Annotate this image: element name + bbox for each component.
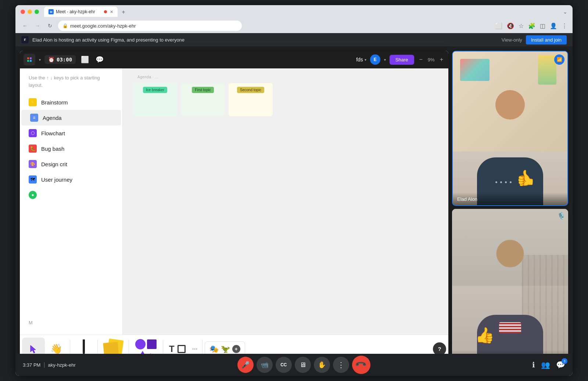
first-topic-column: First topic <box>181 83 225 116</box>
figma-window: ▾ ⏰ 03:00 ⬜ 💬 fds ▾ E <box>20 51 448 363</box>
banner-message: Elad Alon is hosting an activity using F… <box>32 37 498 43</box>
address-bar[interactable]: 🔒 meet.google.com/aky-hzpk-ehr <box>58 21 242 31</box>
more-options-icon: ⋮ <box>337 360 345 369</box>
agenda-icon: ≡ <box>30 114 38 122</box>
template-item-user-journey[interactable]: 🗺 User journey <box>20 172 122 187</box>
figma-canvas: Agenda · ... Ice breaker First topic Sec… <box>123 68 448 335</box>
figma-logo-icon: F <box>21 36 29 43</box>
avatar-chevron[interactable]: ▾ <box>384 58 386 62</box>
share-button[interactable]: Share <box>390 55 414 65</box>
flowchart-label: Flowchart <box>41 130 65 136</box>
timer-emoji: ⏰ <box>48 57 54 63</box>
minimize-button[interactable] <box>28 10 32 14</box>
svg-rect-0 <box>27 57 29 59</box>
tab-active-indicator <box>104 10 107 13</box>
participant-name-elad: Elad Alon <box>453 193 567 205</box>
back-button[interactable]: ← <box>21 21 29 30</box>
menu-icon[interactable]: ⋮ <box>562 22 567 29</box>
agenda-preview: Ice breaker First topic Second topic <box>133 83 273 116</box>
zoom-value[interactable]: 9% <box>428 57 435 63</box>
first-topic-label: First topic <box>192 87 214 93</box>
url-text: meet.google.com/aky-hzpk-ehr <box>70 23 136 29</box>
tab-title: Meet - aky-hzpk-ehr <box>56 9 102 14</box>
lock-icon: 🔒 <box>62 23 68 28</box>
audio-wave-icon: 📶 <box>557 57 562 62</box>
cast-icon[interactable]: ⬜ <box>495 22 502 29</box>
plugin-icon-1: 🎭 <box>209 345 219 353</box>
user-journey-label: User journey <box>41 177 72 183</box>
figma-comment-button[interactable]: 💬 <box>94 54 105 65</box>
profile-icon[interactable]: 👤 <box>550 22 557 29</box>
bookmark-icon[interactable]: ☆ <box>519 22 524 29</box>
install-join-button[interactable]: Install and join <box>526 35 567 44</box>
mute-tab-icon[interactable]: 🔇 <box>507 22 514 29</box>
second-topic-label: Second topic <box>237 87 264 93</box>
svg-rect-4 <box>83 339 85 353</box>
new-tab-button[interactable]: + <box>118 7 129 17</box>
timer-widget[interactable]: ⏰ 03:00 <box>44 55 76 64</box>
text-tool[interactable]: T <box>169 344 175 354</box>
filename-display[interactable]: fds ▾ <box>356 57 366 63</box>
browser-tab-active[interactable]: M Meet - aky-hzpk-ehr ✕ <box>44 7 118 17</box>
hand-icon: 👋 <box>50 343 62 355</box>
close-button[interactable] <box>21 10 25 14</box>
meeting-code: aky-hzpk-ehr <box>48 362 76 368</box>
chat-button[interactable]: 💬 3 <box>556 360 565 369</box>
user-journey-icon: 🗺 <box>29 175 37 184</box>
present-button[interactable]: 🖥 <box>295 357 311 373</box>
activity-banner: F Elad Alon is hosting an activity using… <box>15 33 573 46</box>
expand-icon[interactable]: ⌄ <box>563 9 567 15</box>
end-call-icon: 📞 <box>355 359 368 371</box>
template-item-agenda[interactable]: ≡ Agenda <box>21 110 121 125</box>
template-item-bug-bash[interactable]: 🐛 Bug bash <box>20 141 122 156</box>
forward-button[interactable]: → <box>33 21 42 30</box>
avatar-button[interactable]: E <box>370 54 380 65</box>
raise-hand-button[interactable]: ✋ <box>314 357 330 373</box>
add-plugin-button[interactable]: + <box>232 345 240 353</box>
time-separator: | <box>43 362 45 368</box>
template-item-flowchart[interactable]: ⬡ Flowchart <box>20 125 122 141</box>
design-crit-label: Design crit <box>41 161 67 167</box>
people-icon[interactable]: 👥 <box>541 360 550 369</box>
template-item-brainstorm[interactable]: ⚡ Brainstorm <box>20 95 122 110</box>
bottom-right-controls: ℹ 👥 💬 3 <box>532 360 565 369</box>
svg-rect-1 <box>30 57 32 59</box>
end-call-button[interactable]: 📞 <box>352 356 370 374</box>
bug-bash-label: Bug bash <box>41 146 64 152</box>
ice-breaker-label: Ice breaker <box>143 87 167 93</box>
template-item-retro[interactable]: ● <box>20 187 122 203</box>
captions-button[interactable]: CC <box>276 357 292 373</box>
meet-bottom-bar: 3:37 PM | aky-hzpk-ehr 🎤 📹 CC 🖥 ✋ <box>15 354 573 376</box>
split-screen-icon[interactable]: ◫ <box>540 22 545 29</box>
more-options-button[interactable]: ⋮ <box>333 357 349 373</box>
more-tools-button[interactable]: ··· <box>190 345 200 353</box>
tab-favicon: M <box>49 9 54 14</box>
camera-button[interactable]: 📹 <box>257 357 273 373</box>
maximize-button[interactable] <box>35 10 39 14</box>
mute-button[interactable]: 🎤 <box>237 357 254 373</box>
video-panels: 👍 📶 Elad Alon <box>452 51 568 363</box>
canvas-page-label: Agenda · ... <box>137 75 158 79</box>
refresh-button[interactable]: ↻ <box>46 21 54 30</box>
tab-close-btn[interactable]: ✕ <box>110 10 113 14</box>
figma-view-toggle[interactable]: ⬜ <box>79 54 90 65</box>
zoom-plus[interactable]: + <box>438 56 445 64</box>
brainstorm-label: Brainstorm <box>41 99 68 106</box>
extensions-icon[interactable]: 🧩 <box>528 22 535 29</box>
view-only-label[interactable]: View-only <box>502 37 522 43</box>
chat-badge: 3 <box>562 358 567 364</box>
participant-video-francois: 👍 🎙️ Francois <box>452 209 568 363</box>
second-topic-column: Second topic <box>229 83 273 116</box>
zoom-minus[interactable]: − <box>418 56 424 64</box>
toolbar-chevron[interactable]: ▾ <box>39 58 41 62</box>
flowchart-icon: ⬡ <box>29 129 37 137</box>
frame-tool[interactable] <box>178 345 186 353</box>
present-icon: 🖥 <box>300 361 306 369</box>
camera-icon: 📹 <box>261 361 269 369</box>
template-item-design-crit[interactable]: 🎨 Design crit <box>20 156 122 172</box>
info-icon[interactable]: ℹ <box>532 360 535 369</box>
brainstorm-icon: ⚡ <box>29 98 37 106</box>
agenda-label: Agenda <box>43 115 62 121</box>
browser-toolbar-icons: ⬜ 🔇 ☆ 🧩 ◫ 👤 ⋮ <box>495 22 567 29</box>
figma-menu-button[interactable] <box>24 54 35 65</box>
